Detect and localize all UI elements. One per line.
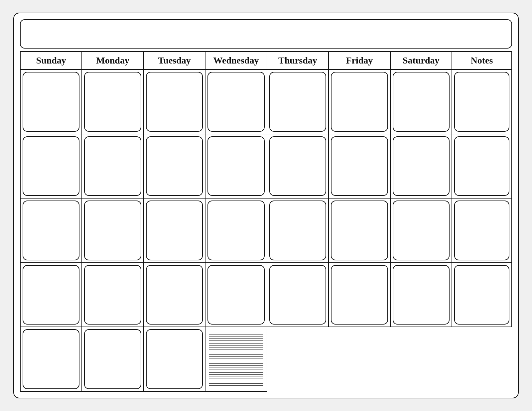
note-line [209, 383, 263, 384]
cell-w4-sun[interactable] [329, 199, 390, 263]
note-line [209, 353, 263, 353]
cell-w4-fri[interactable] [144, 263, 205, 328]
note-line [209, 385, 263, 386]
note-line [209, 356, 263, 357]
note-line [209, 333, 263, 333]
cell-w2-fri[interactable] [267, 134, 329, 199]
cell-w1-sat[interactable] [391, 70, 452, 134]
cell-w3-wed[interactable] [82, 199, 144, 263]
cell-w5-mon[interactable] [329, 263, 390, 328]
note-line [209, 358, 263, 358]
cell-w4-tue[interactable] [452, 199, 512, 263]
cell-w3-thu[interactable] [144, 199, 205, 263]
cell-w4-sat[interactable] [205, 263, 267, 328]
note-line [209, 382, 263, 382]
header-saturday: Saturday [391, 52, 452, 70]
header-notes: Notes [452, 52, 512, 70]
cell-w2-tue[interactable] [82, 134, 144, 199]
cell-w1-thu[interactable] [267, 70, 329, 134]
cell-w5-sat[interactable] [144, 327, 205, 392]
header-sunday: Sunday [21, 52, 82, 70]
cell-w5-wed[interactable] [452, 263, 512, 328]
header-wednesday: Wednesday [205, 52, 267, 70]
cell-w3-tue[interactable] [21, 199, 82, 263]
cell-w3-mon[interactable] [452, 134, 512, 199]
note-line [209, 371, 263, 371]
note-line [209, 376, 263, 376]
cell-w4-thu[interactable] [82, 263, 144, 328]
cell-w1-mon[interactable] [82, 70, 144, 134]
cell-w1-wed[interactable] [205, 70, 267, 134]
header-friday: Friday [329, 52, 390, 70]
cell-w2-wed[interactable] [144, 134, 205, 199]
note-line [209, 340, 263, 341]
note-line [209, 343, 263, 344]
note-line [209, 365, 263, 366]
header-thursday: Thursday [267, 52, 329, 70]
cell-w2-mon[interactable] [21, 134, 82, 199]
cell-w1-sun[interactable] [21, 70, 82, 134]
title-bar [20, 19, 512, 49]
cell-w5-tue[interactable] [391, 263, 452, 328]
notes-lines [209, 330, 263, 388]
cell-w5-fri[interactable] [82, 327, 144, 392]
note-line [209, 372, 263, 373]
note-line [209, 347, 263, 347]
cell-w4-mon[interactable] [391, 199, 452, 263]
cell-w3-sun[interactable] [391, 134, 452, 199]
cell-w2-thu[interactable] [205, 134, 267, 199]
note-line [209, 380, 263, 380]
cell-w2-sat[interactable] [329, 134, 390, 199]
note-line [209, 374, 263, 375]
cell-w1-tue[interactable] [144, 70, 205, 134]
header-tuesday: Tuesday [144, 52, 205, 70]
note-line [209, 345, 263, 346]
cell-w5-thu[interactable] [21, 327, 82, 392]
calendar-grid: Sunday Monday Tuesday Wednesday Thursday… [20, 51, 512, 392]
cell-w3-sat[interactable] [267, 199, 329, 263]
note-line [209, 354, 263, 355]
note-line [209, 338, 263, 339]
note-line [209, 349, 263, 349]
cell-w3-fri[interactable] [205, 199, 267, 263]
header-monday: Monday [82, 52, 144, 70]
note-line [209, 342, 263, 342]
note-line [209, 367, 263, 367]
cell-w4-wed[interactable] [21, 263, 82, 328]
note-line [209, 337, 263, 337]
note-line [209, 351, 263, 351]
calendar-wrapper: Sunday Monday Tuesday Wednesday Thursday… [13, 13, 519, 398]
cell-w2-sun[interactable] [452, 70, 512, 134]
note-line [209, 335, 263, 335]
cell-w5-sun[interactable] [267, 263, 329, 328]
note-line [209, 362, 263, 362]
note-line [209, 363, 263, 364]
cell-w1-fri[interactable] [329, 70, 390, 134]
note-line [209, 369, 263, 369]
notes-column[interactable] [205, 327, 267, 392]
note-line [209, 360, 263, 360]
note-line [209, 378, 263, 378]
